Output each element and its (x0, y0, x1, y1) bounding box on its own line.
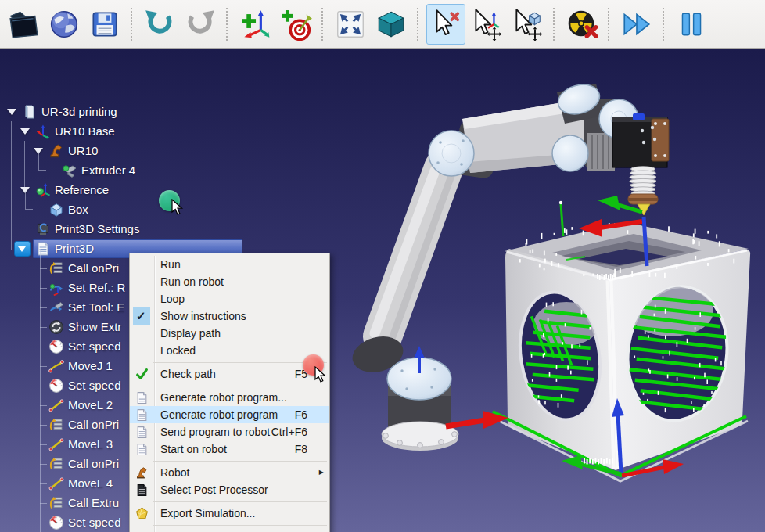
menu-item-show-instructions[interactable]: Show instructions (130, 307, 329, 325)
toolbar-separator (553, 8, 555, 41)
tree-item-label: Show Extr (68, 320, 121, 333)
tree-connector (38, 152, 46, 171)
add-frame-icon (239, 8, 271, 41)
move-object-button[interactable] (508, 4, 547, 45)
add-reference-frame-button[interactable] (235, 4, 275, 45)
toolbar-separator (131, 8, 132, 41)
show-icon (48, 319, 64, 335)
tree-item-print3d-settings[interactable]: Print3D Settings (0, 220, 336, 239)
menu-icon-gutter (130, 342, 155, 359)
cursor-move-frame-icon (470, 8, 503, 41)
tree-item-label: UR10 Base (55, 124, 115, 138)
open-button[interactable] (4, 4, 43, 45)
menu-item-generate-robot-program[interactable]: Generate robot programF6 (130, 406, 329, 423)
menu-item-loop[interactable]: Loop (130, 290, 329, 307)
tree-item-ur-3d-printing[interactable]: UR-3d printing (0, 102, 336, 122)
tree-connector (40, 386, 47, 386)
menu-separator (130, 359, 329, 365)
check-collisions-button[interactable] (562, 4, 602, 45)
set-ref-icon (48, 280, 64, 296)
menu-item-add-instruction[interactable]: Add Instruction▶ (130, 528, 329, 532)
tree-connector (40, 268, 47, 269)
menu-item-label: Loop (155, 293, 185, 305)
select-button[interactable] (426, 4, 465, 45)
tree-item-label: Set speed (68, 516, 121, 529)
pause-icon (675, 8, 708, 41)
save-button[interactable] (85, 4, 124, 45)
viewport-3d[interactable]: UR-3d printingUR10 BaseUR10Extruder 4Ref… (0, 49, 765, 532)
menu-item-start-on-robot[interactable]: Start on robotF8 (130, 440, 329, 458)
mouse-cursor-icon (314, 366, 327, 383)
redo-button[interactable] (181, 4, 220, 45)
menu-item-locked[interactable]: Locked (130, 342, 329, 359)
menu-item-label: Locked (155, 344, 196, 357)
menu-item-generate-robot-program[interactable]: Generate robot program... (130, 389, 329, 406)
toolbar-separator (663, 8, 664, 41)
robodk-window: UR-3d printingUR10 BaseUR10Extruder 4Ref… (0, 0, 765, 532)
menu-item-send-program-to-robot[interactable]: Send program to robotCtrl+F6 (130, 423, 329, 440)
station-icon (22, 104, 38, 120)
printed-cube (491, 222, 750, 481)
cursor-move-object-icon (511, 8, 544, 41)
call-icon (48, 456, 64, 472)
menu-item-select-post-processor[interactable]: Select Post Processor (130, 481, 329, 498)
website-button[interactable] (45, 4, 84, 45)
undo-button[interactable] (140, 4, 179, 45)
toolbar-separator (226, 8, 228, 41)
menu-item-label: Send program to robot (155, 426, 270, 438)
tree-item-label: Print3D Settings (55, 222, 139, 235)
menu-item-label: Generate robot program (155, 408, 278, 421)
toolbar-separator (321, 8, 323, 41)
isometric-view-button[interactable] (372, 4, 411, 45)
menu-item-label: Run (155, 258, 181, 271)
menu-item-robot[interactable]: Robot▶ (130, 464, 329, 481)
menu-item-export-simulation[interactable]: Export Simulation... (130, 505, 329, 522)
tree-item-ur10[interactable]: UR10 (0, 142, 336, 161)
tree-item-extruder-4[interactable]: Extruder 4 (0, 161, 336, 181)
menu-item-check-path[interactable]: Check pathF5 (130, 365, 329, 383)
movel-icon (48, 397, 64, 413)
menu-item-run-on-robot[interactable]: Run on robot (130, 273, 329, 290)
tree-connector (40, 347, 47, 347)
cursor-select-icon (429, 8, 462, 41)
tree-item-label: Call onPri (68, 261, 119, 275)
tree-item-label: MoveL 3 (68, 437, 113, 451)
tree-connector (25, 191, 33, 210)
toolbar (0, 0, 765, 49)
tree-connector (40, 327, 47, 328)
globe-icon (48, 8, 81, 41)
export-icon (130, 505, 155, 522)
expand-arrow-icon[interactable] (20, 127, 31, 136)
move-reference-button[interactable] (467, 4, 506, 45)
expand-arrow-icon[interactable] (6, 107, 17, 117)
add-target-button[interactable] (276, 4, 315, 45)
tree-guide-line (40, 249, 41, 532)
menu-icon-gutter (130, 325, 155, 342)
tree-connector (40, 464, 47, 465)
tree-item-label: Set speed (68, 379, 121, 392)
tree-item-ur10-base[interactable]: UR10 Base (0, 122, 336, 142)
tree-connector (40, 444, 47, 445)
menu-item-run[interactable]: Run (130, 256, 329, 273)
checkbox-checked-icon (130, 307, 155, 325)
fit-view-icon (334, 8, 367, 41)
menu-shortcut: Ctrl+F6 (271, 426, 307, 438)
context-menu: RunRun on robotLoopShow instructionsDisp… (129, 253, 330, 532)
fast-simulation-button[interactable] (617, 4, 656, 45)
menu-separator (130, 498, 329, 505)
undo-icon (143, 8, 176, 41)
menu-item-label: Display path (155, 327, 221, 340)
print-settings-icon (35, 221, 51, 237)
menu-item-display-path[interactable]: Display path (130, 325, 329, 342)
expand-arrow-icon[interactable] (14, 241, 31, 257)
tree-item-label: Set speed (68, 340, 121, 353)
tool-icon (62, 163, 77, 178)
tree-item-label: Extruder 4 (81, 164, 135, 177)
menu-item-label: Generate robot program... (155, 391, 287, 404)
tree-item-label: Reference (55, 183, 109, 196)
pause-button[interactable] (672, 4, 711, 45)
tree-item-label: Call Extru (68, 496, 119, 509)
menu-item-label: Run on robot (155, 275, 224, 288)
fit-all-button[interactable] (331, 4, 370, 45)
tree-connector (40, 288, 47, 289)
